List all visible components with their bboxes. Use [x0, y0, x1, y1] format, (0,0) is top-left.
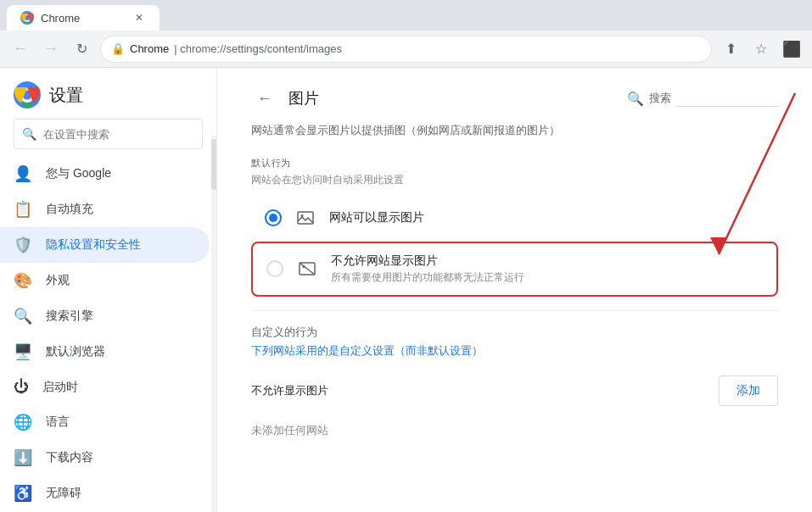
page-header-left: ← 图片: [251, 85, 319, 112]
search-icon: 🔍: [14, 307, 32, 326]
share-button[interactable]: ⬆: [719, 37, 742, 61]
allow-images-option[interactable]: 网站可以显示图片: [251, 198, 778, 238]
block-images-radio[interactable]: [266, 260, 283, 277]
custom-behavior-title: 自定义的行为: [251, 325, 778, 340]
sidebar-item-autofill[interactable]: 📋 自动填充: [0, 192, 210, 227]
content-wrapper: ← 图片 🔍 搜索 网站通常会显示图片以提供插图（例如网店或新闻报道的图片） 默…: [217, 68, 812, 512]
monitor-icon: 🖥️: [14, 342, 32, 361]
sidebar-nav: 👤 您与 Google 📋 自动填充 🛡️ 隐私设置和安全性 🎨 外观 🔍 搜索…: [0, 156, 216, 512]
sidebar-item-label: 搜索引擎: [46, 309, 93, 324]
svg-point-12: [303, 265, 305, 268]
address-bar-lock-icon: 🔒: [111, 42, 125, 55]
divider-1: [251, 310, 778, 311]
globe-icon: 🌐: [14, 413, 32, 431]
block-list-header: 不允许显示图片 添加: [251, 376, 778, 406]
palette-icon: 🎨: [14, 271, 32, 290]
tab-close-icon[interactable]: ✕: [132, 11, 146, 25]
allow-images-icon: [295, 208, 316, 228]
address-bar-path: | chrome://settings/content/images: [174, 42, 342, 55]
sidebar-item-label: 启动时: [42, 380, 78, 395]
sidebar-item-label: 外观: [46, 273, 70, 288]
sidebar-item-privacy[interactable]: 🛡️ 隐私设置和安全性: [0, 227, 210, 263]
block-images-label: 不允许网站显示图片: [331, 253, 524, 269]
forward-nav-button[interactable]: →: [39, 37, 63, 61]
page-search-container: 🔍 搜索: [627, 90, 778, 107]
block-images-option[interactable]: 不允许网站显示图片 所有需要使用图片的功能都将无法正常运行: [251, 242, 778, 297]
power-icon: ⏻: [14, 378, 29, 396]
sidebar-item-label: 下载内容: [46, 450, 93, 465]
sidebar-item-default-browser[interactable]: 🖥️ 默认浏览器: [0, 334, 210, 370]
chrome-favicon-icon: [20, 11, 34, 25]
page-header: ← 图片 🔍 搜索: [251, 85, 778, 112]
svg-rect-8: [298, 212, 313, 224]
clipboard-icon: 📋: [14, 200, 32, 219]
person-icon: 👤: [14, 164, 32, 183]
block-images-sublabel: 所有需要使用图片的功能都将无法正常运行: [331, 270, 524, 285]
browser-toolbar: ← → ↻ 🔒 Chrome | chrome://settings/conte…: [0, 31, 812, 68]
content-back-button[interactable]: ←: [251, 85, 278, 112]
sidebar-header: 设置: [0, 68, 216, 119]
add-button[interactable]: 添加: [719, 376, 778, 406]
sidebar-scroll-thumb[interactable]: [211, 139, 216, 190]
sidebar: 设置 🔍 👤 您与 Google 📋 自动填充 🛡️ 隐私设置和安全性: [0, 68, 217, 512]
accessibility-icon: ♿: [14, 484, 32, 503]
page-search-icon: 🔍: [627, 91, 644, 107]
sidebar-search-input[interactable]: [14, 119, 203, 149]
block-images-text: 不允许网站显示图片 所有需要使用图片的功能都将无法正常运行: [331, 253, 524, 285]
empty-state: 未添加任何网站: [251, 416, 778, 445]
allow-images-radio[interactable]: [265, 209, 282, 226]
sidebar-item-language[interactable]: 🌐 语言: [0, 404, 210, 440]
chrome-logo-icon: [14, 81, 41, 109]
active-tab[interactable]: Chrome ✕: [7, 5, 160, 31]
sidebar-item-label: 无障碍: [46, 486, 81, 501]
tab-title: Chrome: [41, 12, 80, 25]
block-images-icon: [297, 259, 317, 279]
reload-button[interactable]: ↻: [70, 37, 93, 61]
download-icon: ⬇️: [14, 448, 32, 467]
svg-line-11: [300, 263, 315, 275]
back-nav-button[interactable]: ←: [8, 37, 32, 61]
content-area: ← 图片 🔍 搜索 网站通常会显示图片以提供插图（例如网店或新闻报道的图片） 默…: [217, 68, 812, 512]
allow-images-text: 网站可以显示图片: [329, 210, 424, 225]
sidebar-search-container: 🔍: [14, 119, 203, 149]
sidebar-item-startup[interactable]: ⏻ 启动时: [0, 370, 210, 404]
app-layout: 设置 🔍 👤 您与 Google 📋 自动填充 🛡️ 隐私设置和安全性: [0, 68, 812, 512]
sidebar-item-label: 默认浏览器: [46, 344, 105, 359]
sidebar-item-label: 隐私设置和安全性: [46, 237, 141, 253]
sidebar-item-search-engine[interactable]: 🔍 搜索引擎: [0, 298, 210, 334]
shield-icon: 🛡️: [14, 236, 32, 254]
page-title: 图片: [288, 88, 319, 109]
sidebar-item-label: 您与 Google: [46, 166, 111, 181]
address-bar-site: Chrome: [130, 42, 169, 55]
sidebar-item-google-account[interactable]: 👤 您与 Google: [0, 156, 210, 192]
more-button[interactable]: ⬛: [780, 37, 804, 61]
page-search-label: 搜索: [649, 91, 671, 106]
block-list-label: 不允许显示图片: [251, 383, 328, 398]
custom-behavior-link[interactable]: 下列网站采用的是自定义设置（而非默认设置）: [251, 343, 778, 359]
bookmark-button[interactable]: ☆: [749, 37, 773, 61]
content-inner: ← 图片 🔍 搜索 网站通常会显示图片以提供插图（例如网店或新闻报道的图片） 默…: [217, 68, 812, 462]
settings-title: 设置: [49, 84, 83, 107]
sidebar-item-accessibility[interactable]: ♿ 无障碍: [0, 476, 210, 511]
sidebar-scroll-track: [211, 136, 216, 512]
sidebar-item-appearance[interactable]: 🎨 外观: [0, 263, 210, 298]
default-behavior-sublabel: 网站会在您访问时自动采用此设置: [251, 173, 778, 187]
sidebar-search-icon: 🔍: [22, 127, 36, 141]
allow-images-label: 网站可以显示图片: [329, 210, 424, 225]
page-search-input[interactable]: [676, 90, 778, 107]
sidebar-item-label: 语言: [46, 415, 70, 430]
sidebar-item-downloads[interactable]: ⬇️ 下载内容: [0, 440, 210, 476]
page-description: 网站通常会显示图片以提供插图（例如网店或新闻报道的图片）: [251, 122, 778, 140]
default-behavior-label: 默认行为: [251, 157, 778, 170]
sidebar-item-label: 自动填充: [46, 202, 93, 217]
address-bar[interactable]: 🔒 Chrome | chrome://settings/content/ima…: [100, 36, 712, 63]
